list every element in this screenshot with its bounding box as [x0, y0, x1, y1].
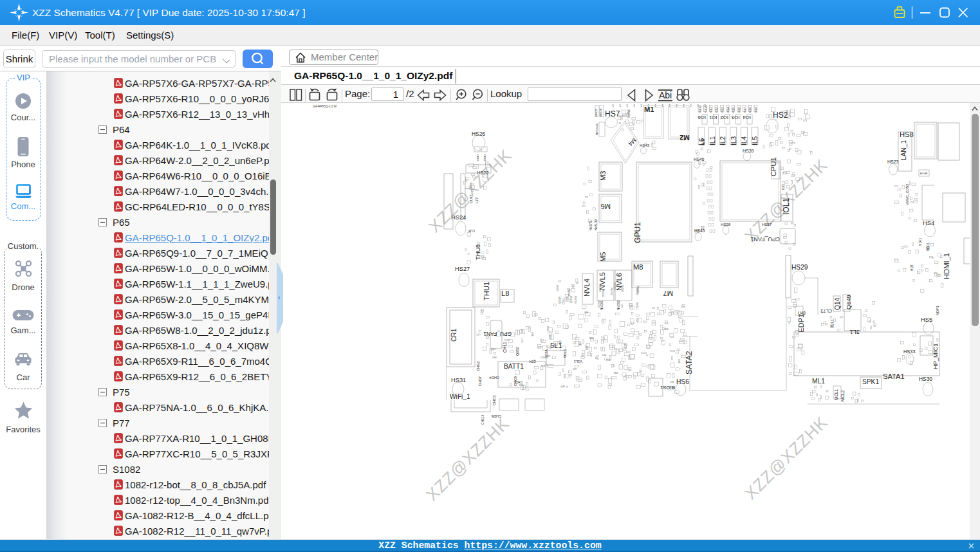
svg-text:WiFi_1: WiFi_1: [450, 393, 470, 400]
svg-text:L17: L17: [568, 374, 572, 376]
svg-text:HS22: HS22: [477, 170, 489, 176]
svg-text:Q96: Q96: [584, 311, 589, 314]
svg-text:SPK1: SPK1: [862, 378, 879, 385]
svg-text:ICL2: ICL2: [715, 107, 718, 113]
svg-text:NVD33: NVD33: [610, 288, 613, 295]
svg-text:HS28: HS28: [721, 223, 731, 226]
svg-text:M7: M7: [663, 290, 673, 297]
svg-text:CPU_FAN1: CPU_FAN1: [750, 236, 780, 243]
svg-text:IO1: IO1: [709, 115, 717, 120]
svg-text:NVD51: NVD51: [600, 300, 604, 310]
svg-text:IL3: IL3: [730, 136, 737, 145]
svg-text:Q27: Q27: [546, 355, 551, 358]
svg-text:NV5L39: NV5L39: [595, 219, 598, 230]
svg-text:M8: M8: [633, 263, 643, 271]
svg-text:L28: L28: [581, 354, 585, 356]
svg-text:Q652: Q652: [515, 347, 519, 356]
svg-text:HS6: HS6: [676, 378, 689, 385]
svg-text:EC0R: EC0R: [920, 172, 927, 175]
svg-text:IO2: IO2: [720, 115, 728, 120]
svg-text:HS2: HS2: [773, 111, 788, 120]
svg-text:XZZ@XZZHK: XZZ@XZZHK: [425, 145, 515, 236]
svg-text:MDP1: MDP1: [927, 243, 930, 251]
svg-text:ICL1: ICL1: [709, 107, 712, 113]
svg-text:HS45: HS45: [694, 228, 705, 233]
svg-text:THU1: THU1: [483, 282, 490, 300]
svg-text:HDMI_1: HDMI_1: [943, 253, 950, 279]
svg-text:ML1: ML1: [812, 378, 825, 385]
svg-text:Q14: Q14: [834, 297, 841, 310]
svg-text:U48: U48: [798, 311, 806, 315]
svg-text:ICL5: ICL5: [732, 107, 735, 113]
svg-text:HS24: HS24: [451, 214, 466, 221]
svg-text:IOL1: IOL1: [782, 198, 791, 215]
svg-text:BATT1: BATT1: [504, 363, 524, 370]
svg-text:SATA1: SATA1: [883, 373, 905, 380]
svg-text:NVD42: NVD42: [636, 286, 639, 293]
svg-text:Q85: Q85: [554, 344, 557, 348]
svg-text:IO3: IO3: [731, 115, 739, 120]
svg-text:L93: L93: [670, 381, 674, 383]
svg-text:GPU1: GPU1: [633, 222, 642, 243]
svg-text:R16: R16: [606, 358, 610, 361]
svg-text:C86: C86: [678, 359, 680, 363]
svg-text:Q88: Q88: [559, 340, 561, 345]
svg-text:CL73: CL73: [820, 308, 832, 314]
svg-text:IL6: IL6: [700, 139, 706, 145]
svg-text:L98: L98: [578, 344, 582, 346]
svg-text:NVC2141: NVC2141: [595, 123, 598, 135]
svg-text:V1L1: V1L1: [574, 360, 582, 363]
svg-text:L82: L82: [589, 353, 592, 357]
svg-text:C97: C97: [573, 368, 577, 371]
svg-text:NVC55: NVC55: [602, 290, 604, 297]
svg-text:CPU1: CPU1: [770, 157, 777, 176]
svg-text:HS26: HS26: [472, 131, 485, 137]
svg-text:NVL24: NVL24: [599, 108, 602, 116]
svg-text:Abi: Abi: [659, 90, 672, 100]
svg-text:M2: M2: [680, 134, 690, 142]
svg-text:CR1: CR1: [450, 328, 458, 342]
svg-text:IL4: IL4: [741, 136, 748, 145]
svg-text:L8: L8: [501, 290, 509, 297]
svg-text:NVL23: NVL23: [595, 109, 598, 116]
svg-text:NDP1: NDP1: [936, 306, 939, 315]
svg-text:Q38: Q38: [531, 332, 533, 336]
svg-text:CHE13: CHE13: [481, 414, 485, 425]
svg-text:HS29: HS29: [791, 264, 808, 271]
svg-text:L77: L77: [475, 198, 479, 203]
svg-text:HP_MIC1: HP_MIC1: [932, 344, 939, 369]
svg-text:CH9O: CH9O: [483, 154, 486, 161]
svg-text:Q649: Q649: [846, 295, 852, 309]
svg-text:CHO3: CHO3: [492, 395, 496, 405]
svg-text:M6: M6: [600, 203, 611, 210]
svg-text:HQT: HQT: [911, 264, 914, 271]
svg-text:ICL3: ICL3: [721, 107, 724, 113]
svg-text:Q94: Q94: [521, 329, 523, 333]
svg-text:NVC22: NVC22: [598, 284, 601, 291]
svg-text:M4: M4: [627, 137, 637, 147]
svg-text:R16: R16: [541, 364, 545, 367]
svg-text:CHC8: CHC8: [514, 380, 522, 383]
svg-text:ICL11: ICL11: [698, 106, 701, 113]
svg-text:L50: L50: [639, 369, 642, 373]
svg-text:NVQ37: NVQ37: [558, 297, 560, 304]
svg-text:Q46: Q46: [560, 385, 565, 388]
svg-text:MCL1: MCL1: [834, 389, 838, 400]
svg-text:EDP1: EDP1: [797, 314, 805, 333]
svg-text:LAN_1: LAN_1: [900, 140, 907, 160]
svg-text:NVQ7: NVQ7: [556, 285, 559, 291]
svg-text:HS46: HS46: [694, 157, 705, 161]
svg-text:NVDT2: NVDT2: [589, 220, 593, 230]
svg-text:CHD7: CHD7: [478, 376, 482, 386]
svg-text:R35: R35: [614, 371, 618, 374]
svg-text:HS31: HS31: [451, 377, 466, 383]
svg-text:NVC59: NVC59: [574, 296, 577, 303]
svg-text:NVD51: NVD51: [636, 302, 638, 309]
svg-text:CHL1: CHL1: [503, 342, 507, 353]
svg-text:THU8: THU8: [475, 244, 481, 260]
svg-text:L54: L54: [602, 354, 606, 356]
svg-text:ICL7: ICL7: [743, 107, 746, 113]
svg-text:HS27: HS27: [455, 266, 470, 272]
svg-text:HS37: HS37: [762, 223, 772, 226]
svg-text:HS30: HS30: [919, 376, 932, 382]
